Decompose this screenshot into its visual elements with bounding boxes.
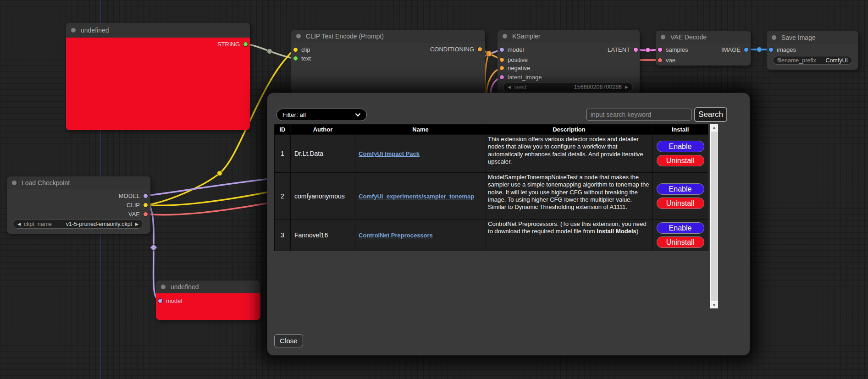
input-label: positive: [508, 56, 528, 63]
node-status-dot: [296, 34, 301, 38]
node-status-dot: [503, 34, 507, 38]
table-row: 1 Dr.Lt.Data ComfyUI Impact Pack This ex…: [275, 135, 708, 173]
enable-button[interactable]: Enable: [657, 222, 704, 234]
ckpt-name-widget[interactable]: ◀ ckpt_name v1-5-pruned-emaonly.ckpt ▶: [13, 219, 143, 229]
decrement-arrow-icon[interactable]: ◀: [508, 85, 511, 89]
uninstall-button[interactable]: Uninstall: [657, 155, 704, 166]
output-latent: LATENT: [608, 46, 638, 53]
node-undefined-bottom[interactable]: undefined model: [156, 280, 260, 320]
cell-description: This extension offers various detector n…: [486, 135, 652, 173]
node-clip-text-encode[interactable]: CLIP Text Encode (Prompt) clip text COND…: [291, 30, 485, 93]
widget-value: ComfyUI: [825, 57, 848, 64]
clip-port-dot[interactable]: [293, 47, 298, 52]
col-header-install: Install: [652, 125, 708, 135]
node-title: CLIP Text Encode (Prompt): [306, 33, 384, 40]
custom-nodes-manager-dialog: Filter: all Search ID Author Name Descri…: [267, 93, 750, 356]
filename-prefix-widget[interactable]: filename_prefix ComfyUI: [773, 56, 852, 65]
latent-port-dot[interactable]: [499, 75, 504, 80]
clip-out-port-dot[interactable]: [143, 203, 148, 208]
vae-out-port-dot[interactable]: [143, 212, 148, 217]
model-port-dot[interactable]: [499, 47, 504, 52]
output-label: IMAGE: [721, 46, 741, 53]
seed-widget[interactable]: ◀ seed 156680208700286 ▶: [503, 82, 633, 92]
cell-install: Enable Uninstall: [652, 173, 708, 220]
increment-arrow-icon[interactable]: ▶: [135, 222, 138, 226]
node-title-bar[interactable]: KSampler: [498, 30, 640, 43]
uninstall-button[interactable]: Uninstall: [657, 236, 704, 248]
node-title-bar[interactable]: Load Checkpoint: [7, 176, 150, 189]
cell-author: comfyanonymous: [291, 173, 355, 220]
model-port-dot[interactable]: [158, 298, 163, 303]
text-port-dot[interactable]: [293, 56, 298, 61]
node-title-bar[interactable]: VAE Decode: [656, 31, 751, 44]
enable-button[interactable]: Enable: [657, 141, 704, 152]
table-scrollbar[interactable]: ▲ ▼: [710, 124, 718, 308]
latent-out-port-dot[interactable]: [633, 47, 638, 52]
positive-port-dot[interactable]: [499, 57, 504, 62]
reroute-dot-latent[interactable]: [646, 48, 650, 52]
node-vae-decode[interactable]: VAE Decode samples vae IMAGE: [656, 31, 751, 66]
model-out-port-dot[interactable]: [143, 193, 148, 198]
widget-label: filename_prefix: [777, 57, 816, 64]
reroute-dot-string[interactable]: [267, 49, 272, 54]
cell-author: Dr.Lt.Data: [291, 135, 355, 173]
enable-button[interactable]: Enable: [657, 183, 704, 195]
extensions-table: ID Author Name Description Install 1 Dr.…: [274, 124, 708, 251]
input-images: images: [768, 46, 796, 53]
node-undefined-top[interactable]: undefined STRING: [66, 23, 250, 130]
col-header-description: Description: [486, 125, 652, 135]
node-ksampler[interactable]: KSampler model positive negative latent_…: [498, 30, 640, 94]
search-button[interactable]: Search: [694, 107, 727, 122]
reroute-dot-conditioning[interactable]: [486, 51, 492, 57]
node-title: Save Image: [781, 34, 816, 41]
node-title-bar[interactable]: Save Image: [767, 31, 858, 44]
decrement-arrow-icon[interactable]: ◀: [17, 222, 21, 226]
samples-port-dot[interactable]: [658, 47, 663, 52]
image-port-dot[interactable]: [744, 47, 749, 52]
widget-label: ckpt_name: [24, 221, 52, 227]
node-title: undefined: [81, 27, 109, 34]
widget-label: seed: [514, 84, 526, 90]
input-label: vae: [666, 57, 675, 64]
cell-id: 3: [275, 220, 291, 251]
reroute-dot-clip[interactable]: [217, 171, 222, 176]
output-label: CLIP: [127, 202, 140, 209]
node-title-bar[interactable]: undefined: [156, 280, 260, 293]
extension-link[interactable]: ControlNet Preprocessors: [359, 232, 433, 239]
node-status-dot: [71, 28, 76, 33]
node-title-bar[interactable]: undefined: [66, 23, 250, 38]
uninstall-button[interactable]: Uninstall: [657, 198, 704, 209]
search-input[interactable]: [586, 109, 691, 121]
scroll-up-icon[interactable]: ▲: [710, 124, 718, 131]
output-conditioning: CONDITIONING: [430, 45, 482, 53]
node-title-bar[interactable]: CLIP Text Encode (Prompt): [291, 30, 485, 43]
increment-arrow-icon[interactable]: ▶: [625, 85, 628, 89]
string-port-dot[interactable]: [243, 42, 248, 47]
images-port-dot[interactable]: [768, 47, 774, 52]
output-image: IMAGE: [721, 46, 749, 53]
reroute-diamond-model[interactable]: [150, 244, 157, 251]
node-save-image[interactable]: Save Image images filename_prefix ComfyU…: [767, 31, 858, 70]
negative-port-dot[interactable]: [499, 66, 504, 71]
input-label: model: [166, 297, 182, 304]
node-load-checkpoint[interactable]: Load Checkpoint MODEL CLIP VAE ◀ ckpt_na…: [7, 176, 150, 234]
input-label: samples: [666, 46, 688, 53]
scroll-down-icon[interactable]: ▼: [710, 302, 718, 308]
input-label: latent_image: [508, 74, 542, 81]
extension-link[interactable]: ComfyUI_experiments/sampler_tonemap: [359, 193, 474, 200]
col-header-author: Author: [291, 125, 355, 135]
comfyui-canvas[interactable]: { "canvas": { "nodes": { "undefined_top"…: [0, 0, 868, 379]
cell-id: 1: [275, 135, 291, 173]
conditioning-port-dot[interactable]: [477, 47, 482, 52]
input-clip: clip: [293, 46, 310, 53]
node-title: VAE Decode: [670, 33, 707, 41]
scrollbar-thumb[interactable]: [711, 132, 718, 301]
filter-select[interactable]: Filter: all: [276, 109, 367, 121]
node-title: Load Checkpoint: [22, 179, 70, 187]
output-label: STRING: [217, 41, 240, 48]
vae-port-dot[interactable]: [658, 58, 663, 63]
reroute-dot-image[interactable]: [757, 47, 762, 52]
extension-link[interactable]: ComfyUI Impact Pack: [359, 150, 420, 157]
close-button[interactable]: Close: [274, 334, 303, 347]
filter-selected-value: Filter: all: [282, 111, 306, 118]
